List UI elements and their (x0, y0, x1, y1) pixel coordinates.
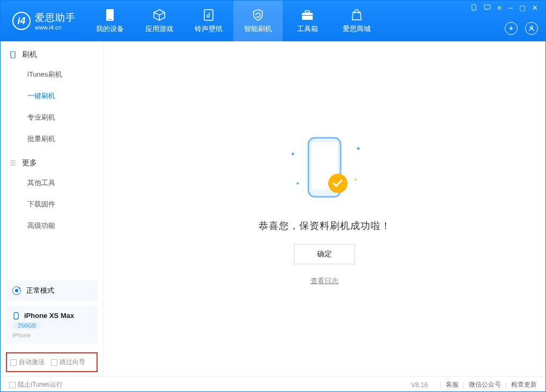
bag-icon (350, 8, 364, 22)
sidebar-item-oneclick-flash[interactable]: 一键刷机 (1, 85, 103, 107)
menu-icon[interactable]: ≡ (497, 4, 501, 12)
footer: 阻止iTunes运行 V8.16 | 客服 | 微信公众号 | 检查更新 (1, 376, 545, 392)
device-storage-badge: 256GB (12, 322, 41, 329)
skin-icon[interactable] (470, 4, 477, 12)
footer-link-update[interactable]: 检查更新 (511, 380, 537, 389)
sidebar-item-download-firmware[interactable]: 下载固件 (1, 194, 103, 215)
svg-rect-2 (204, 10, 213, 20)
close-button[interactable]: ✕ (532, 4, 538, 12)
checkbox-auto-activate[interactable]: 自动激活 (10, 358, 45, 367)
sidebar-item-itunes-flash[interactable]: iTunes刷机 (1, 64, 103, 85)
sidebar-item-pro-flash[interactable]: 专业刷机 (1, 107, 103, 128)
app-title: 爱思助手 (35, 11, 76, 24)
nav-ringtones[interactable]: 铃声壁纸 (184, 1, 233, 41)
svg-rect-5 (302, 15, 313, 16)
sidebar-group-flash: 刷机 (1, 41, 103, 64)
highlighted-options: 自动激活 跳过向导 (6, 352, 98, 372)
success-message: 恭喜您，保资料刷机成功啦！ (259, 219, 391, 232)
device-name: iPhone XS Max (24, 312, 74, 320)
svg-point-7 (530, 26, 533, 28)
svg-point-10 (19, 287, 20, 289)
ok-button[interactable]: 确定 (294, 244, 355, 264)
svg-rect-3 (302, 13, 313, 20)
svg-point-13 (355, 179, 357, 181)
mode-icon (12, 286, 21, 295)
success-illustration (292, 132, 357, 208)
minimize-button[interactable]: ─ (508, 4, 513, 12)
app-header: i4 爱思助手 www.i4.cn 我的设备 应用游戏 铃声壁纸 智能刷机 工具… (1, 1, 545, 41)
sidebar: 刷机 iTunes刷机 一键刷机 专业刷机 批量刷机 更多 其他工具 下载固件 … (1, 41, 104, 376)
view-log-link[interactable]: 查看日志 (311, 276, 338, 286)
svg-rect-11 (14, 313, 18, 319)
feedback-icon[interactable] (484, 4, 491, 12)
nav-toolbox[interactable]: 工具箱 (283, 1, 332, 41)
device-card[interactable]: iPhone XS Max 256GB iPhone (6, 306, 98, 344)
main-content: 恭喜您，保资料刷机成功啦！ 确定 查看日志 (104, 41, 545, 376)
svg-point-9 (15, 289, 18, 292)
svg-rect-6 (484, 5, 490, 9)
checkbox-skip-guide[interactable]: 跳过向导 (51, 358, 85, 367)
nav-store[interactable]: 爱思商城 (332, 1, 381, 41)
list-icon (9, 159, 17, 167)
checkbox-icon (51, 359, 57, 366)
maximize-button[interactable]: ▢ (519, 4, 526, 12)
sidebar-item-other-tools[interactable]: 其他工具 (1, 172, 103, 194)
sidebar-group-more: 更多 (1, 150, 103, 172)
version-label: V8.16 (411, 381, 427, 389)
svg-rect-1 (108, 19, 112, 20)
footer-link-support[interactable]: 客服 (446, 380, 459, 389)
music-file-icon (202, 8, 216, 22)
checkbox-block-itunes[interactable]: 阻止iTunes运行 (9, 380, 63, 389)
svg-rect-4 (305, 11, 309, 13)
device-type: iPhone (12, 332, 91, 338)
window-controls: ≡ ─ ▢ ✕ (470, 4, 538, 12)
app-url: www.i4.cn (35, 24, 76, 31)
main-nav: 我的设备 应用游戏 铃声壁纸 智能刷机 工具箱 爱思商城 (85, 1, 381, 41)
device-phone-icon (12, 312, 20, 320)
sidebar-item-batch-flash[interactable]: 批量刷机 (1, 128, 103, 150)
logo-area: i4 爱思助手 www.i4.cn (1, 1, 85, 41)
phone-icon (9, 51, 17, 58)
cube-icon (152, 8, 166, 22)
download-button[interactable] (505, 22, 518, 35)
refresh-shield-icon (251, 8, 265, 22)
toolbox-icon (300, 8, 314, 22)
user-button[interactable] (525, 22, 538, 35)
nav-apps-games[interactable]: 应用游戏 (135, 1, 184, 41)
svg-rect-0 (106, 9, 114, 21)
svg-rect-8 (11, 51, 15, 58)
logo-icon: i4 (12, 12, 31, 30)
nav-smart-flash[interactable]: 智能刷机 (233, 1, 283, 41)
footer-link-wechat[interactable]: 微信公众号 (469, 380, 501, 389)
svg-point-12 (297, 182, 299, 184)
mode-card[interactable]: 正常模式 (6, 280, 98, 301)
sidebar-item-advanced[interactable]: 高级功能 (1, 215, 103, 236)
checkbox-icon (9, 382, 16, 388)
device-icon (103, 8, 117, 22)
nav-my-device[interactable]: 我的设备 (85, 1, 135, 41)
checkbox-icon (10, 359, 17, 366)
